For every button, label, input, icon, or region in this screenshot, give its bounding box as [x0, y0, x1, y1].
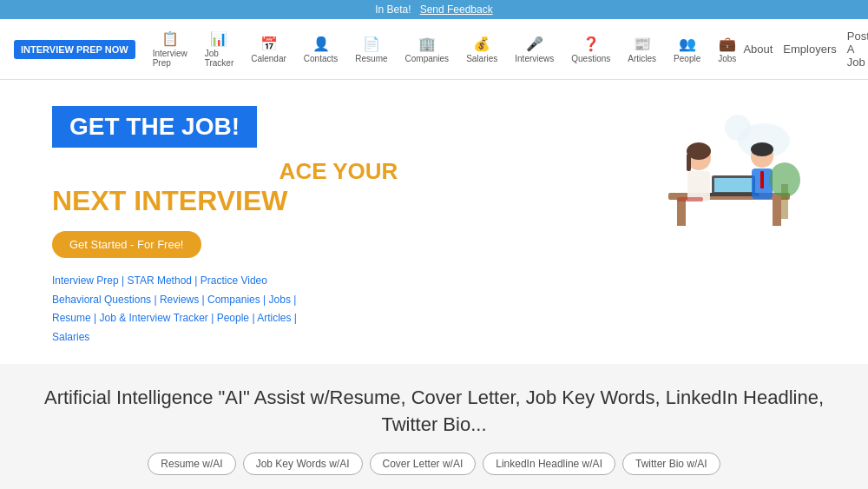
ai-tab-keywords[interactable]: Job Key Words w/AI	[243, 453, 363, 475]
svg-point-1	[725, 115, 751, 141]
hero-links-line4: Salaries	[52, 328, 625, 347]
svg-rect-3	[677, 200, 686, 226]
hero-ace: ACE YOUR	[52, 158, 625, 185]
salaries-icon: 💰	[473, 36, 490, 52]
nav-item-calendar[interactable]: 📅 Calendar	[244, 32, 293, 67]
hero-links-line2: Behavioral Questions | Reviews | Compani…	[52, 291, 625, 310]
nav-label-companies: Companies	[405, 54, 450, 63]
hero-section: GET THE JOB! ACE YOUR NEXT INTERVIEW Get…	[0, 80, 868, 364]
illustration-svg	[634, 106, 807, 245]
nav-right: About Employers Post A Job Sign It Up	[743, 24, 868, 74]
hero-left: GET THE JOB! ACE YOUR NEXT INTERVIEW Get…	[52, 106, 625, 347]
svg-rect-12	[687, 154, 691, 171]
nav-label-questions: Questions	[571, 54, 610, 63]
resume-icon: 📄	[363, 36, 380, 52]
nav-logo[interactable]: INTERVIEW PREP NOW	[14, 40, 135, 59]
nav-item-contacts[interactable]: 👤 Contacts	[297, 32, 345, 67]
nav-label-interview-prep: Interview Prep	[153, 49, 187, 68]
hero-next-interview: NEXT INTERVIEW	[52, 185, 625, 217]
nav-item-interview-prep[interactable]: 📋 Interview Prep	[146, 27, 194, 71]
questions-icon: ❓	[582, 36, 600, 52]
nav-item-job-tracker[interactable]: 📊 Job Tracker	[198, 27, 241, 71]
ai-title: Artificial Intelligence "AI" Assist w/Re…	[35, 385, 833, 439]
nav-label-contacts: Contacts	[304, 54, 338, 63]
nav-item-questions[interactable]: ❓ Questions	[564, 32, 617, 67]
beta-bar: In Beta! Send Feedback	[0, 0, 868, 19]
calendar-icon: 📅	[260, 36, 278, 52]
nav-items: 📋 Interview Prep 📊 Job Tracker 📅 Calenda…	[146, 27, 744, 71]
contacts-icon: 👤	[312, 36, 330, 52]
interviews-icon: 🎤	[526, 36, 543, 52]
ai-section: Artificial Intelligence "AI" Assist w/Re…	[0, 364, 868, 489]
hero-illustration	[625, 106, 816, 245]
get-started-button[interactable]: Get Started - For Free!	[52, 231, 201, 258]
hero-links: Interview Prep | STAR Method | Practice …	[52, 272, 625, 347]
interview-prep-icon: 📋	[161, 30, 179, 47]
about-link[interactable]: About	[743, 43, 773, 56]
nav-item-people[interactable]: 👥 People	[667, 32, 707, 67]
nav-item-companies[interactable]: 🏢 Companies	[398, 32, 457, 67]
svg-point-16	[751, 142, 773, 156]
svg-rect-4	[773, 200, 781, 226]
jobs-icon: 💼	[719, 36, 736, 52]
people-icon: 👥	[679, 36, 696, 52]
svg-rect-7	[714, 178, 753, 192]
nav-label-job-tracker: Job Tracker	[205, 49, 234, 68]
nav-label-resume: Resume	[355, 54, 387, 63]
job-tracker-icon: 📊	[210, 30, 227, 47]
nav-label-salaries: Salaries	[466, 54, 497, 63]
hero-links-line3: Resume | Job & Interview Tracker | Peopl…	[52, 309, 625, 328]
svg-rect-15	[760, 171, 764, 188]
nav-item-salaries[interactable]: 💰 Salaries	[459, 32, 504, 67]
employers-link[interactable]: Employers	[783, 43, 836, 56]
navigation: INTERVIEW PREP NOW 📋 Interview Prep 📊 Jo…	[0, 19, 868, 80]
nav-item-jobs[interactable]: 💼 Jobs	[711, 32, 743, 67]
ai-tab-cover-letter[interactable]: Cover Letter w/AI	[370, 453, 477, 475]
hero-get-job: GET THE JOB!	[52, 106, 257, 148]
ai-tab-linkedin[interactable]: LinkedIn Headline w/AI	[483, 453, 615, 475]
articles-icon: 📰	[634, 36, 651, 52]
svg-rect-10	[687, 171, 710, 202]
beta-text: In Beta!	[375, 3, 411, 16]
nav-item-articles[interactable]: 📰 Articles	[621, 32, 663, 67]
svg-rect-19	[677, 197, 703, 202]
ai-tab-twitter[interactable]: Twitter Bio w/AI	[622, 453, 720, 475]
nav-label-calendar: Calendar	[251, 54, 286, 63]
nav-item-resume[interactable]: 📄 Resume	[348, 32, 394, 67]
nav-label-people: People	[674, 54, 700, 63]
nav-label-interviews: Interviews	[515, 54, 554, 63]
ai-tab-resume[interactable]: Resume w/AI	[148, 453, 235, 475]
companies-icon: 🏢	[418, 36, 436, 52]
svg-point-18	[769, 162, 800, 197]
nav-label-jobs: Jobs	[718, 54, 736, 63]
feedback-link[interactable]: Send Feedback	[420, 3, 493, 16]
nav-label-articles: Articles	[628, 54, 656, 63]
ai-tabs: Resume w/AI Job Key Words w/AI Cover Let…	[35, 453, 833, 475]
post-job-link[interactable]: Post A Job	[847, 30, 868, 69]
nav-item-interviews[interactable]: 🎤 Interviews	[508, 32, 561, 67]
hero-links-line1: Interview Prep | STAR Method | Practice …	[52, 272, 625, 291]
